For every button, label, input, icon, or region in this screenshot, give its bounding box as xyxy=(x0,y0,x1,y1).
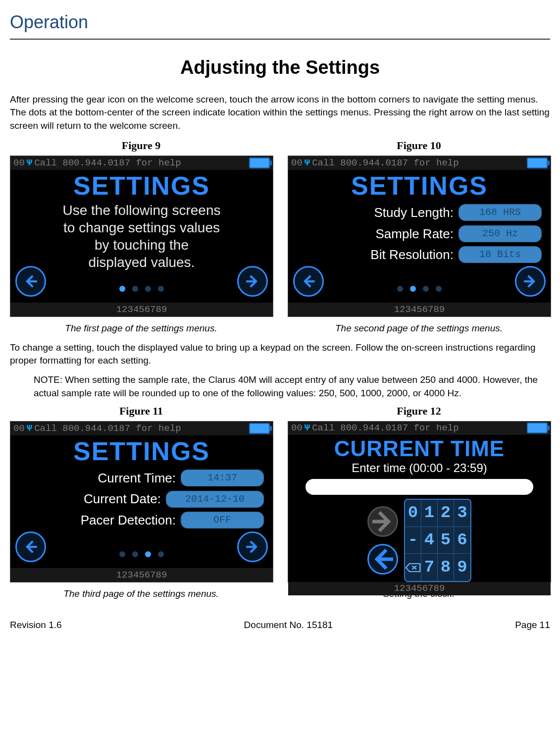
numeric-keypad: 0 1 2 3 - 4 5 6 7 8 xyxy=(404,499,471,582)
sample-rate-value[interactable]: 250 Hz xyxy=(458,225,542,242)
key-2[interactable]: 2 xyxy=(438,500,454,527)
mid-paragraph: To change a setting, touch the displayed… xyxy=(10,341,550,368)
arrow-right-icon xyxy=(244,538,261,555)
dot xyxy=(119,551,125,557)
screen-heading: CURRENT TIME xyxy=(334,438,505,460)
nav-left-button[interactable] xyxy=(15,531,46,562)
status-text: Call 800.944.0187 for help xyxy=(34,422,181,435)
page-dots xyxy=(119,286,164,292)
page-footer: Revision 1.6 Document No. 15181 Page 11 xyxy=(10,619,550,632)
nav-right-button[interactable] xyxy=(237,531,268,562)
setting-label: Current Time: xyxy=(98,469,176,487)
setting-row-current-time: Current Time: 14:37 xyxy=(19,469,264,487)
arrow-right-icon xyxy=(244,273,261,290)
signal-icon: Ψ xyxy=(305,157,310,170)
instruction-line: displayed values. xyxy=(62,254,220,271)
nav-left-button[interactable] xyxy=(15,266,46,297)
status-prefix: 00 xyxy=(291,422,303,435)
key-8[interactable]: 8 xyxy=(438,554,454,581)
status-bar: 00 Ψ Call 800.944.0187 for help xyxy=(10,156,273,170)
status-bar: 00 Ψ Call 800.944.0187 for help xyxy=(288,422,551,435)
bottom-bar: 123456789 xyxy=(288,303,551,317)
arrow-left-icon xyxy=(300,273,317,290)
figure-caption: The second page of the settings menus. xyxy=(288,322,550,335)
page-dots xyxy=(397,286,442,292)
device-screen: 00 Ψ Call 800.944.0187 for help CURRENT … xyxy=(288,421,551,582)
section-rule xyxy=(10,39,550,40)
setting-row-pacer-detection: Pacer Detection: OFF xyxy=(19,511,264,529)
setting-label: Pacer Detection: xyxy=(81,511,176,529)
pacer-detection-value[interactable]: OFF xyxy=(181,512,264,528)
setting-row-study-length: Study Length: 168 HRS xyxy=(297,204,542,221)
key-5[interactable]: 5 xyxy=(438,527,454,554)
figure-row-1: Figure 9 00 Ψ Call 800.944.0187 for help… xyxy=(10,138,550,335)
dot xyxy=(423,286,429,292)
dot xyxy=(132,551,138,557)
key-0[interactable]: 0 xyxy=(405,500,421,527)
page-dots xyxy=(119,551,164,557)
dot xyxy=(436,286,442,292)
nav-left-button[interactable] xyxy=(293,266,324,297)
signal-icon: Ψ xyxy=(305,422,310,435)
instruction-line: to change settings values xyxy=(62,219,220,236)
status-bar: 00 Ψ Call 800.944.0187 for help xyxy=(10,422,273,435)
dot-active xyxy=(410,286,416,292)
setting-row-current-date: Current Date: 2014-12-10 xyxy=(19,490,264,508)
time-input-field[interactable] xyxy=(305,479,533,495)
arrow-right-icon xyxy=(369,508,397,535)
footer-doc-number: Document No. 15181 xyxy=(244,619,333,632)
battery-icon xyxy=(249,423,270,434)
setting-label: Current Date: xyxy=(84,490,161,508)
key-3[interactable]: 3 xyxy=(454,500,470,527)
figure-label: Figure 10 xyxy=(288,138,550,154)
study-length-value[interactable]: 168 HRS xyxy=(458,204,542,221)
figure-caption: The third page of the settings menus. xyxy=(10,587,272,601)
setting-label: Sample Rate: xyxy=(375,225,454,243)
key-1[interactable]: 1 xyxy=(421,500,438,527)
figure-9: Figure 9 00 Ψ Call 800.944.0187 for help… xyxy=(10,138,272,335)
key-6[interactable]: 6 xyxy=(454,527,470,554)
key-dash[interactable]: - xyxy=(405,527,421,554)
instruction-line: by touching the xyxy=(62,236,220,254)
instructions-text: Use the following screens to change sett… xyxy=(62,202,220,271)
back-button[interactable] xyxy=(367,544,398,575)
bottom-bar: 123456789 xyxy=(10,303,273,317)
figure-caption: The first page of the settings menus. xyxy=(10,322,272,335)
device-screen: 00 Ψ Call 800.944.0187 for help SETTINGS… xyxy=(10,421,273,582)
nav-right-button[interactable] xyxy=(515,266,546,297)
section-heading: Operation xyxy=(10,10,550,35)
device-screen: 00 Ψ Call 800.944.0187 for help SETTINGS… xyxy=(288,156,551,317)
confirm-button[interactable] xyxy=(367,506,398,537)
figure-10: Figure 10 00 Ψ Call 800.944.0187 for hel… xyxy=(288,138,550,335)
note-paragraph: NOTE: When setting the sample rate, the … xyxy=(34,373,550,400)
figure-label: Figure 9 xyxy=(10,138,272,154)
footer-revision: Revision 1.6 xyxy=(10,619,62,632)
battery-icon xyxy=(527,158,548,168)
status-text: Call 800.944.0187 for help xyxy=(312,157,458,170)
key-4[interactable]: 4 xyxy=(421,527,438,554)
screen-heading: SETTINGS xyxy=(73,173,210,199)
footer-page-number: Page 11 xyxy=(515,619,550,632)
dot xyxy=(158,286,164,292)
current-date-value[interactable]: 2014-12-10 xyxy=(166,491,264,508)
key-backspace[interactable] xyxy=(405,554,421,581)
status-bar: 00 Ψ Call 800.944.0187 for help xyxy=(288,156,551,170)
dot xyxy=(145,286,151,292)
bit-resolution-value[interactable]: 18 Bits xyxy=(458,246,542,263)
figure-row-2: Figure 11 00 Ψ Call 800.944.0187 for hel… xyxy=(10,404,550,600)
backspace-icon xyxy=(405,562,421,573)
nav-right-button[interactable] xyxy=(237,266,268,297)
setting-label: Study Length: xyxy=(374,204,454,221)
status-text: Call 800.944.0187 for help xyxy=(312,422,458,435)
figure-11: Figure 11 00 Ψ Call 800.944.0187 for hel… xyxy=(10,404,272,600)
key-9[interactable]: 9 xyxy=(454,554,470,581)
setting-row-bit-resolution: Bit Resolution: 18 Bits xyxy=(297,246,542,264)
dot-active xyxy=(119,286,125,292)
dot-active xyxy=(145,551,151,557)
bottom-bar: 123456789 xyxy=(288,582,551,595)
key-7[interactable]: 7 xyxy=(421,554,438,581)
arrow-left-icon xyxy=(369,545,397,573)
status-prefix: 00 xyxy=(291,157,303,170)
current-time-value[interactable]: 14:37 xyxy=(181,470,264,486)
device-screen: 00 Ψ Call 800.944.0187 for help SETTINGS… xyxy=(10,156,273,317)
